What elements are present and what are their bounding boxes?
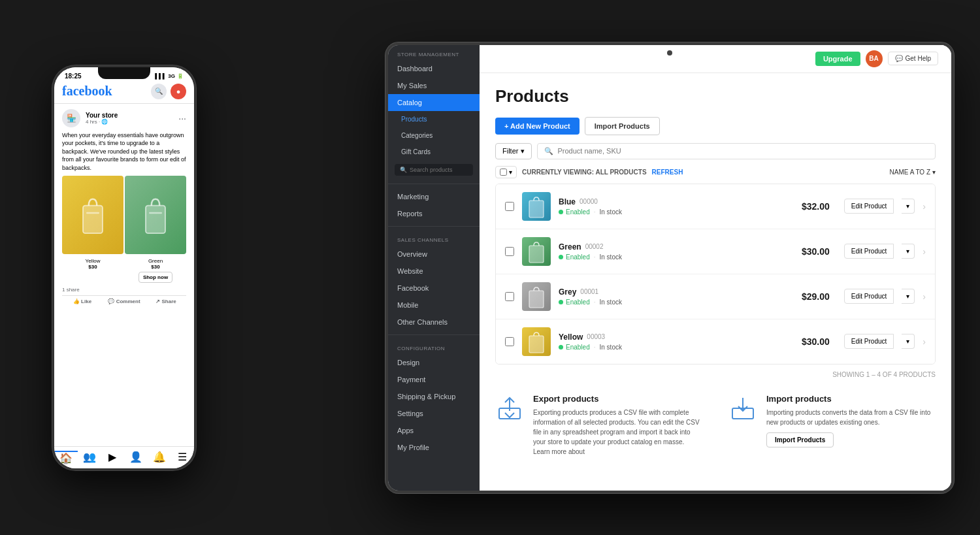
fb-product-yellow: Yellow $30	[62, 258, 123, 283]
product-search-input[interactable]	[557, 147, 928, 155]
upgrade-button[interactable]: Upgrade	[815, 52, 860, 66]
row-chevron-yellow[interactable]: ›	[923, 336, 926, 347]
phone-nav-friends[interactable]: 👥	[78, 451, 101, 464]
product-checkbox-grey[interactable]	[505, 292, 514, 301]
sidebar-item-categories[interactable]: Categories	[388, 127, 480, 144]
sidebar-item-overview[interactable]: Overview	[388, 246, 480, 263]
export-card-text: Export products Exporting products produ…	[533, 394, 702, 457]
sidebar-item-dashboard[interactable]: Dashboard	[388, 60, 480, 77]
sort-caret-icon: ▾	[932, 169, 936, 176]
product-checkbox-blue[interactable]	[505, 202, 514, 211]
export-title: Export products	[533, 394, 702, 404]
sort-button[interactable]: NAME A TO Z ▾	[890, 169, 936, 176]
phone-nav-profile[interactable]: 👤	[124, 451, 148, 464]
product-checkbox-yellow[interactable]	[505, 337, 514, 346]
product-checkbox-green[interactable]	[505, 247, 514, 256]
sidebar-item-other-channels[interactable]: Other Channels	[388, 314, 480, 331]
filter-button[interactable]: Filter ▾	[495, 143, 532, 159]
edit-product-button-blue[interactable]: Edit Product	[844, 199, 894, 214]
import-products-button[interactable]: Import Products	[585, 117, 660, 135]
sidebar-item-catalog[interactable]: Catalog	[388, 94, 480, 111]
row-chevron-green[interactable]: ›	[923, 246, 926, 257]
status-enabled-blue: Enabled	[566, 208, 590, 216]
product-search-wrap[interactable]: 🔍	[537, 143, 936, 159]
row-chevron-grey[interactable]: ›	[923, 291, 926, 302]
fb-post-time: 4 hrs · 🌐	[86, 119, 173, 125]
sidebar-item-my-sales[interactable]: My Sales	[388, 77, 480, 94]
sidebar-item-gift-cards[interactable]: Gift Cards	[388, 144, 480, 160]
refresh-link[interactable]: REFRESH	[652, 169, 683, 176]
get-help-button[interactable]: 💬 Get Help	[888, 52, 938, 65]
sidebar-item-shipping[interactable]: Shipping & Pickup	[388, 388, 480, 405]
phone-nav-home[interactable]: 🏠	[54, 451, 78, 464]
more-options-icon[interactable]: ···	[178, 113, 186, 123]
svg-rect-4	[529, 201, 544, 218]
notifications-icon[interactable]: ●	[171, 84, 186, 99]
fb-post-meta: Your store 4 hrs · 🌐	[86, 112, 173, 125]
sidebar-item-settings[interactable]: Settings	[388, 405, 480, 422]
sidebar-item-mobile[interactable]: Mobile	[388, 297, 480, 314]
product-table: Blue 00000 Enabled · In stock	[495, 184, 936, 365]
search-icon: 🔍	[544, 147, 553, 155]
comment-button[interactable]: 💬 Comment	[104, 299, 144, 304]
product-image-blue	[522, 192, 551, 221]
edit-product-dropdown-blue[interactable]: ▾	[902, 199, 915, 214]
edit-product-button-grey[interactable]: Edit Product	[844, 289, 894, 304]
shop-now-button[interactable]: Shop now	[139, 272, 172, 283]
fb-product-images	[62, 176, 186, 254]
export-description: Exporting products produces a CSV file w…	[533, 408, 702, 457]
stock-blue: In stock	[599, 208, 621, 216]
configuration-label: Configuration	[388, 339, 480, 354]
product-image-grey	[522, 282, 551, 311]
status-enabled-yellow: Enabled	[566, 344, 590, 351]
phone-nav-notifications[interactable]: 🔔	[148, 451, 171, 464]
sidebar-item-website[interactable]: Website	[388, 263, 480, 280]
sidebar-item-my-profile[interactable]: My Profile	[388, 439, 480, 456]
user-avatar[interactable]: BA	[866, 50, 883, 67]
share-button[interactable]: ↗ Share	[146, 299, 186, 304]
svg-rect-7	[529, 336, 544, 353]
tablet-device: Store management Dashboard My Sales Cata…	[385, 42, 954, 493]
sidebar-item-design[interactable]: Design	[388, 354, 480, 371]
sidebar-item-facebook[interactable]: Facebook	[388, 280, 480, 297]
import-title: Import products	[766, 394, 936, 404]
tablet-frame: Store management Dashboard My Sales Cata…	[385, 42, 954, 493]
import-description: Importing products converts the data fro…	[766, 408, 936, 427]
edit-product-button-yellow[interactable]: Edit Product	[844, 334, 894, 349]
fb-green-price: $30	[125, 264, 186, 270]
edit-product-button-green[interactable]: Edit Product	[844, 244, 894, 259]
separator-green: ·	[594, 253, 596, 261]
sidebar-search-input[interactable]	[410, 167, 468, 173]
stock-green: In stock	[599, 253, 621, 261]
edit-product-dropdown-green[interactable]: ▾	[902, 244, 915, 259]
sidebar: Store management Dashboard My Sales Cata…	[388, 45, 480, 491]
import-products-bottom-button[interactable]: Import Products	[766, 432, 834, 447]
sidebar-item-apps[interactable]: Apps	[388, 422, 480, 439]
sidebar-item-reports[interactable]: Reports	[388, 205, 480, 222]
product-price-grey: $29.00	[802, 291, 830, 302]
row-chevron-blue[interactable]: ›	[923, 201, 926, 212]
sidebar-item-payment[interactable]: Payment	[388, 371, 480, 388]
search-icon[interactable]: 🔍	[151, 84, 167, 99]
page-content: Products + Add New Product Import Produc…	[480, 73, 951, 491]
sidebar-item-marketing[interactable]: Marketing	[388, 188, 480, 205]
phone-screen: 18:25 ▌▌▌ 3G 🔋 facebook 🔍 ● 🏪	[54, 67, 194, 468]
edit-product-dropdown-grey[interactable]: ▾	[902, 289, 915, 304]
edit-product-dropdown-yellow[interactable]: ▾	[902, 334, 915, 349]
sidebar-item-products[interactable]: Products	[388, 111, 480, 127]
svg-rect-6	[529, 291, 544, 308]
product-info-blue: Blue 00000 Enabled · In stock	[559, 197, 794, 216]
add-new-product-button[interactable]: + Add New Product	[495, 118, 580, 135]
select-all-checkbox[interactable]	[500, 169, 507, 176]
status-dot-green	[559, 255, 563, 259]
sidebar-search[interactable]: 🔍	[395, 164, 473, 176]
top-bar: Upgrade BA 💬 Get Help	[480, 45, 951, 73]
fb-product-green: Green $30 Shop now	[125, 258, 186, 283]
phone-nav-video[interactable]: ▶	[101, 451, 124, 464]
like-button[interactable]: 👍 Like	[62, 299, 103, 304]
phone-device: 18:25 ▌▌▌ 3G 🔋 facebook 🔍 ● 🏪	[52, 65, 196, 470]
phone-nav-menu[interactable]: ☰	[171, 451, 194, 464]
select-all-dropdown[interactable]: ▾	[495, 166, 517, 178]
product-image-green	[522, 237, 551, 266]
action-bar: + Add New Product Import Products	[495, 117, 936, 135]
